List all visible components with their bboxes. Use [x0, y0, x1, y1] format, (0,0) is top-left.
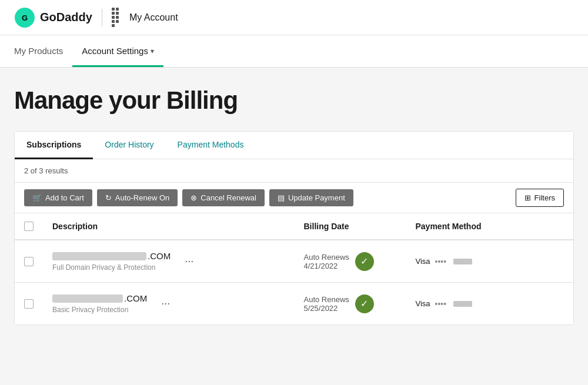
row1-billing-info: Auto Renews 4/21/2022 ✓	[304, 252, 397, 271]
row2-description-cell: .COM Basic Privacy Protection ···	[43, 283, 295, 325]
row1-renews-label: Auto Renews	[304, 253, 349, 262]
header-divider	[102, 9, 102, 26]
cancel-renewal-button[interactable]: ⊗ Cancel Renewal	[182, 189, 265, 206]
row2-card-number-blurred	[453, 301, 472, 307]
payment-icon: ▤	[278, 193, 285, 202]
row1-domain-suffix: .COM	[148, 251, 171, 261]
grid-icon[interactable]	[112, 8, 122, 27]
header: G GoDaddy My Account	[0, 0, 588, 35]
col-header-payment-method: Payment Method	[406, 213, 574, 240]
main-nav: My Products Account Settings ▾	[0, 35, 588, 68]
row2-payment-info: Visa ••••	[416, 299, 564, 309]
nav-account-settings[interactable]: Account Settings ▾	[72, 35, 163, 67]
filter-icon: ⊞	[524, 193, 531, 202]
row2-billing-date: 5/25/2022	[304, 304, 349, 313]
row2-description-text: Basic Privacy Protection	[52, 306, 147, 314]
logo-area: G GoDaddy	[14, 7, 92, 28]
row1-payment-brand: Visa	[416, 257, 430, 266]
row1-description-cell: .COM Full Domain Privacy & Protection ··…	[43, 240, 295, 283]
results-count: 2 of 3 results	[15, 159, 573, 183]
row1-billing-date: 4/21/2022	[304, 262, 349, 270]
table-row: .COM Full Domain Privacy & Protection ··…	[15, 240, 573, 283]
row1-checkbox-cell	[15, 240, 43, 283]
row2-more-options[interactable]: ···	[156, 295, 175, 312]
row1-payment-dots: ••••	[435, 257, 447, 266]
actions-row: 🛒 Add to Cart ↻ Auto-Renew On ⊗ Cancel R…	[15, 183, 573, 213]
refresh-icon: ↻	[105, 193, 112, 202]
row1-payment-info: Visa ••••	[416, 257, 564, 266]
row2-renews-label: Auto Renews	[304, 295, 349, 304]
row2-billing-cell: Auto Renews 5/25/2022 ✓	[295, 283, 406, 325]
brand-name: GoDaddy	[40, 11, 92, 24]
select-all-checkbox[interactable]	[24, 222, 34, 231]
cart-icon: 🛒	[32, 193, 42, 202]
nav-my-products[interactable]: My Products	[14, 35, 72, 67]
page-title: Manage your Billing	[14, 86, 574, 115]
svg-text:G: G	[22, 14, 28, 22]
godaddy-logo: G	[14, 7, 35, 28]
row2-payment-brand: Visa	[416, 299, 430, 308]
action-buttons-group: 🛒 Add to Cart ↻ Auto-Renew On ⊗ Cancel R…	[24, 189, 353, 206]
row1-more-options[interactable]: ···	[180, 253, 198, 270]
table-row: .COM Basic Privacy Protection ··· Auto R…	[15, 283, 573, 325]
add-to-cart-button[interactable]: 🛒 Add to Cart	[24, 189, 92, 206]
row1-billing-text: Auto Renews 4/21/2022	[304, 253, 349, 270]
row1-auto-renew-indicator: ✓	[355, 252, 374, 271]
row2-auto-renew-indicator: ✓	[355, 294, 374, 313]
update-payment-button[interactable]: ▤ Update Payment	[269, 189, 353, 206]
row2-payment-dots: ••••	[435, 299, 447, 309]
row2-domain-blurred	[52, 294, 123, 303]
row2-checkbox-cell	[15, 283, 43, 325]
tab-subscriptions[interactable]: Subscriptions	[15, 132, 93, 159]
row1-checkbox[interactable]	[24, 257, 34, 266]
row1-billing-cell: Auto Renews 4/21/2022 ✓	[295, 240, 406, 283]
tab-payment-methods[interactable]: Payment Methods	[166, 132, 256, 159]
row1-payment-cell: Visa ••••	[406, 240, 574, 283]
row1-card-number-blurred	[453, 259, 472, 265]
filters-button[interactable]: ⊞ Filters	[516, 189, 564, 207]
row1-domain-blurred	[52, 252, 146, 260]
row1-description-text: Full Domain Privacy & Protection	[52, 263, 171, 272]
tab-order-history[interactable]: Order History	[93, 132, 165, 159]
billing-table-container: Subscriptions Order History Payment Meth…	[14, 131, 574, 325]
auto-renew-button[interactable]: ↻ Auto-Renew On	[97, 189, 178, 206]
col-header-billing-date: Billing Date	[295, 213, 406, 240]
row2-billing-text: Auto Renews 5/25/2022	[304, 295, 349, 313]
row2-billing-info: Auto Renews 5/25/2022 ✓	[304, 294, 397, 313]
my-account-label: My Account	[129, 12, 178, 23]
row2-domain-suffix: .COM	[124, 293, 147, 303]
row2-payment-cell: Visa ••••	[406, 283, 574, 325]
page-content: Manage your Billing Subscriptions Order …	[0, 68, 588, 349]
col-header-description: Description	[43, 213, 295, 240]
col-header-checkbox	[15, 213, 43, 240]
billing-tabs: Subscriptions Order History Payment Meth…	[15, 132, 573, 159]
subscriptions-table: Description Billing Date Payment Method	[15, 213, 573, 324]
chevron-down-icon: ▾	[151, 47, 154, 55]
row2-checkbox[interactable]	[24, 299, 34, 309]
cancel-icon: ⊗	[191, 193, 197, 202]
